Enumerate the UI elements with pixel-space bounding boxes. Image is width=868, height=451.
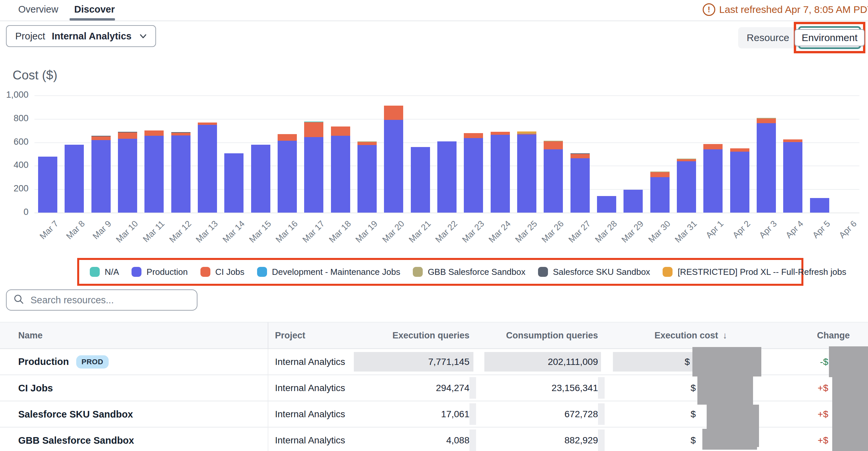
column-header-consumption-queries[interactable]: Consumption queries (506, 330, 598, 341)
bar-slot (34, 95, 61, 213)
x-axis-label: Mar 29 (620, 219, 646, 245)
x-axis-label: Mar 15 (247, 219, 273, 245)
resource-name: GBB Salesforce Sandbox (18, 435, 134, 446)
legend-item[interactable]: GBB Salesforce Sandbox (413, 267, 525, 277)
bar-slot (274, 95, 301, 213)
tab-discover[interactable]: Discover (74, 4, 115, 15)
bar-mar-16[interactable] (278, 134, 297, 213)
bar-slot (620, 95, 646, 213)
table-row[interactable]: CI JobsInternal Analytics294,27423,156,3… (0, 375, 868, 401)
legend-swatch-icon (662, 267, 673, 277)
bar-mar-9[interactable] (91, 136, 111, 213)
bar-apr-3[interactable] (757, 118, 776, 213)
column-header-name[interactable]: Name (18, 330, 43, 341)
bar-apr-2[interactable] (730, 148, 749, 213)
legend-item[interactable]: CI Jobs (200, 267, 245, 277)
project-filter-dropdown[interactable]: Project Internal Analytics (6, 25, 156, 47)
bar-slot (247, 95, 274, 213)
bar-mar-19[interactable] (358, 141, 377, 213)
resources-table: Name Project Execution queries Consumpti… (0, 322, 868, 451)
toggle-resource-button[interactable]: Resource (738, 27, 798, 49)
bar-mar-31[interactable] (677, 159, 696, 213)
bar-segment (304, 122, 323, 137)
bar-mar-11[interactable] (145, 130, 164, 213)
table-row[interactable]: GBB Salesforce SandboxInternal Analytics… (0, 427, 868, 451)
bar-mar-30[interactable] (650, 171, 670, 213)
bar-segment (730, 148, 749, 152)
column-header-execution-cost[interactable]: Execution cost ↓ (654, 330, 727, 341)
bar-segment (384, 120, 403, 213)
x-label-slot: Mar 20 (380, 216, 407, 247)
bar-segment (171, 135, 190, 213)
legend-item[interactable]: Salesforce SKU Sandbox (538, 267, 650, 277)
bar-mar-27[interactable] (570, 153, 590, 213)
bar-mar-17[interactable] (304, 122, 323, 213)
bar-mar-29[interactable] (623, 190, 643, 213)
table-row[interactable]: Salesforce SKU SandboxInternal Analytics… (0, 401, 868, 427)
bar-mar-12[interactable] (171, 132, 190, 213)
highlight-box (613, 352, 692, 372)
x-axis-label: Mar 11 (141, 219, 167, 245)
x-label-slot: Mar 25 (514, 216, 540, 247)
x-axis-label: Apr 2 (731, 219, 752, 240)
search-input[interactable] (30, 294, 190, 306)
bar-segment (358, 142, 377, 146)
x-axis-label: Mar 20 (380, 219, 406, 245)
legend-swatch-icon (538, 267, 548, 277)
bar-mar-23[interactable] (464, 133, 483, 213)
bar-slot (141, 95, 167, 213)
bar-mar-21[interactable] (411, 147, 430, 213)
x-label-slot: Mar 16 (274, 216, 301, 247)
project-cell: Internal Analytics (275, 435, 345, 446)
x-axis-label: Mar 18 (327, 219, 353, 245)
bar-segment (224, 153, 244, 213)
bar-slot (354, 95, 380, 213)
bar-mar-14[interactable] (224, 153, 244, 213)
bar-mar-26[interactable] (544, 141, 563, 213)
bar-mar-22[interactable] (437, 141, 457, 213)
x-label-slot: Mar 11 (141, 216, 167, 247)
bar-mar-25[interactable] (517, 131, 536, 213)
bar-slot (753, 95, 779, 213)
resource-name: Salesforce SKU Sandbox (18, 409, 133, 420)
legend-item[interactable]: N/A (90, 267, 119, 277)
toggle-environment-button[interactable]: Environment (795, 29, 865, 46)
bar-segment (597, 196, 616, 213)
bar-mar-20[interactable] (384, 106, 403, 213)
tab-overview[interactable]: Overview (18, 4, 58, 15)
legend-item[interactable]: Production (131, 267, 187, 277)
bar-apr-4[interactable] (783, 139, 802, 213)
bar-mar-24[interactable] (491, 132, 510, 213)
bar-apr-5[interactable] (810, 198, 829, 213)
bar-mar-8[interactable] (65, 145, 84, 213)
bar-segment (198, 123, 217, 125)
x-label-slot: Mar 18 (327, 216, 354, 247)
bar-slot (593, 95, 620, 213)
environment-focus-ring: Environment (798, 26, 861, 49)
column-header-change[interactable]: Change (817, 330, 850, 341)
bar-mar-7[interactable] (38, 157, 57, 213)
search-icon (13, 294, 25, 306)
bar-segment (171, 133, 190, 135)
bar-mar-13[interactable] (198, 123, 217, 213)
legend-item[interactable]: Development - Maintenance Jobs (257, 267, 400, 277)
execution-queries-cell: 17,061 (441, 409, 469, 420)
x-label-slot: Mar 12 (168, 216, 194, 247)
bar-mar-15[interactable] (251, 145, 270, 213)
bar-slot (194, 95, 221, 213)
bar-segment (491, 135, 510, 213)
bar-apr-1[interactable] (703, 144, 722, 213)
x-label-slot: Mar 24 (487, 216, 514, 247)
bar-segment (38, 157, 57, 213)
bar-segment (570, 154, 590, 158)
legend-item[interactable]: [RESTRICTED] Prod XL -- Full-Refresh job… (662, 267, 846, 277)
bar-slot (301, 95, 327, 213)
bar-mar-10[interactable] (118, 132, 137, 213)
column-header-project[interactable]: Project (275, 330, 306, 341)
column-header-execution-queries[interactable]: Execution queries (392, 330, 469, 341)
bar-mar-28[interactable] (597, 196, 616, 213)
y-tick-label: 800 (0, 113, 29, 124)
bar-slot (700, 95, 726, 213)
bar-mar-18[interactable] (331, 127, 350, 213)
legend-item-label: GBB Salesforce Sandbox (428, 267, 525, 277)
